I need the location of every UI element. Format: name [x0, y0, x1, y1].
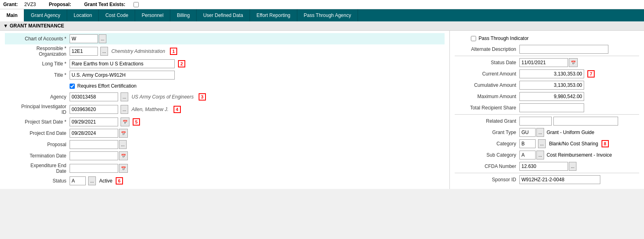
section-title: GRANT MAINTENANCE: [10, 23, 64, 29]
tab-user-defined-data[interactable]: User Defined Data: [197, 9, 250, 21]
project-start-row: Project Start Date * 📅 5: [5, 116, 445, 128]
sponsor-id-label: Sponsor ID: [455, 177, 519, 182]
effort-cert-text: Requires Effort Certification: [77, 83, 137, 89]
agency-label: Agency: [5, 94, 70, 100]
sub-category-code-input[interactable]: [519, 151, 536, 159]
chart-of-accounts-lookup[interactable]: ...: [99, 34, 106, 43]
maximum-amount-input[interactable]: [519, 92, 584, 101]
maximum-amount-label: Maximum Amount: [455, 94, 519, 99]
responsible-org-badge: 1: [170, 48, 177, 55]
project-end-calendar[interactable]: 📅: [119, 129, 128, 138]
category-label: Category: [455, 141, 519, 147]
cumulative-amount-label: Cumulative Amount: [455, 82, 519, 88]
long-title-input[interactable]: [70, 59, 175, 68]
collapse-icon[interactable]: ▼: [3, 23, 8, 29]
termination-date-calendar[interactable]: 📅: [119, 151, 128, 160]
related-grant-input1[interactable]: [519, 117, 552, 126]
alt-description-label: Alternate Description: [455, 46, 519, 52]
cfda-number-lookup[interactable]: ...: [569, 162, 576, 171]
sub-category-lookup[interactable]: ...: [536, 151, 544, 159]
grant-type-label: Grant Type: [455, 130, 519, 135]
tab-billing[interactable]: Billing: [170, 9, 197, 21]
pi-code-input[interactable]: [70, 105, 118, 114]
grant-value: 2VZ3: [24, 2, 36, 7]
pass-through-indicator-label: Pass Through Indicator: [479, 36, 529, 41]
sub-category-row: Sub Category ... Cost Reimbursement - In…: [455, 149, 639, 161]
sponsor-id-input[interactable]: [519, 175, 600, 184]
project-start-input[interactable]: [70, 117, 118, 126]
effort-cert-checkbox[interactable]: [70, 84, 75, 89]
grant-type-description: Grant - Uniform Guide: [547, 130, 594, 135]
total-recipient-share-label: Total Recipient Share: [455, 105, 519, 111]
status-lookup[interactable]: ...: [88, 176, 96, 185]
status-date-input[interactable]: [519, 58, 568, 67]
total-recipient-share-row: Total Recipient Share: [455, 102, 639, 113]
alt-description-input[interactable]: [519, 45, 608, 54]
current-amount-label: Current Amount: [455, 71, 519, 77]
grant-text-checkbox[interactable]: [133, 2, 139, 7]
tab-main[interactable]: Main: [0, 9, 24, 21]
status-date-row: Status Date 📅: [455, 57, 639, 68]
title-row: Title *: [5, 69, 445, 81]
project-start-badge: 5: [133, 118, 140, 126]
grant-type-code-input[interactable]: [519, 128, 536, 137]
long-title-badge: 2: [178, 60, 185, 67]
tab-personnel[interactable]: Personnel: [135, 9, 170, 21]
category-description: Blank/No Cost Sharing: [549, 141, 598, 147]
current-amount-row: Current Amount 7: [455, 68, 639, 80]
tab-location[interactable]: Location: [67, 9, 99, 21]
status-label: Status: [5, 178, 70, 184]
grant-text-label: Grant Text Exists:: [84, 2, 125, 7]
expenditure-end-input[interactable]: [70, 164, 118, 173]
pass-through-indicator-checkbox[interactable]: [471, 36, 476, 41]
responsible-org-description: Chemistry Administration: [110, 48, 167, 55]
agency-description: US Army Corps of Engineers: [130, 93, 195, 101]
right-form: Pass Through Indicator Alternate Descrip…: [450, 31, 644, 189]
title-input[interactable]: [70, 71, 175, 80]
responsible-org-code-input[interactable]: [70, 47, 98, 56]
tab-effort-reporting[interactable]: Effort Reporting: [250, 9, 297, 21]
status-code-input[interactable]: [70, 176, 86, 185]
cumulative-amount-input[interactable]: [519, 81, 584, 90]
cfda-number-label: CFDA Number: [455, 164, 519, 169]
project-end-label: Project End Date: [5, 130, 70, 136]
current-amount-badge: 7: [587, 70, 595, 78]
expenditure-end-row: Expenditure EndDate 📅: [5, 161, 445, 175]
grant-type-lookup[interactable]: ...: [536, 128, 544, 137]
alt-description-row: Alternate Description: [455, 44, 639, 55]
project-start-calendar[interactable]: 📅: [121, 117, 129, 126]
pi-badge: 4: [174, 106, 181, 113]
responsible-org-lookup[interactable]: ...: [100, 47, 108, 56]
tab-cost-code[interactable]: Cost Code: [99, 9, 135, 21]
grant-label: Grant:: [3, 2, 18, 7]
tab-grant-agency[interactable]: Grant Agency: [24, 9, 67, 21]
pi-description: Allen, Matthew J.: [130, 106, 170, 113]
termination-date-input[interactable]: [70, 151, 118, 160]
current-amount-input[interactable]: [519, 69, 584, 78]
expenditure-end-calendar[interactable]: 📅: [119, 164, 128, 173]
cfda-number-input[interactable]: [519, 162, 568, 171]
chart-of-accounts-input[interactable]: [70, 34, 98, 43]
tab-pass-through-agency[interactable]: Pass Through Agency: [297, 9, 358, 21]
responsible-org-row: Responsible *Organization ... Chemistry …: [5, 44, 445, 58]
status-date-calendar[interactable]: 📅: [569, 58, 578, 67]
section-header: ▼ GRANT MAINTENANCE: [0, 21, 644, 31]
proposal-label: Proposal: [5, 142, 70, 147]
total-recipient-share-input[interactable]: [519, 103, 584, 112]
proposal-input[interactable]: [70, 140, 118, 149]
agency-lookup[interactable]: ...: [121, 92, 128, 101]
agency-code-input[interactable]: [70, 92, 118, 101]
category-badge: 8: [602, 140, 609, 147]
pi-lookup[interactable]: ...: [121, 105, 128, 114]
related-grant-label: Related Grant: [455, 118, 519, 124]
proposal-lookup[interactable]: ...: [119, 140, 127, 149]
status-date-label: Status Date: [455, 60, 519, 65]
category-code-input[interactable]: [519, 139, 536, 148]
proposal-row: Proposal ...: [5, 139, 445, 150]
related-grant-input2[interactable]: [553, 117, 618, 126]
sub-category-description: Cost Reimbursement - Invoice: [547, 152, 612, 158]
project-end-input[interactable]: [70, 129, 118, 138]
chart-of-accounts-label: Chart of Accounts *: [5, 36, 70, 42]
category-lookup[interactable]: ...: [538, 139, 546, 148]
top-bar: Grant: 2VZ3 Proposal: Grant Text Exists:: [0, 0, 644, 9]
